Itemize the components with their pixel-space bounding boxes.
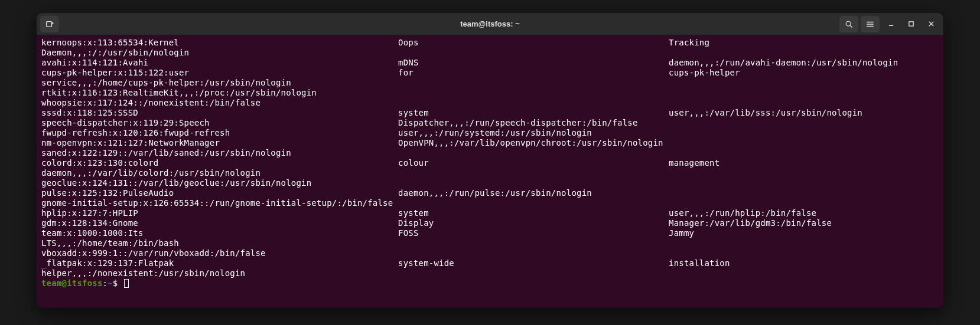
output-line: LTS,,,:/home/team:/bin/bash	[41, 238, 939, 248]
output-line: helper,,,:/nonexistent:/usr/sbin/nologin	[41, 268, 939, 278]
output-column: gnome-initial-setup:x:126:65534::/run/gn…	[41, 198, 398, 208]
output-column	[669, 238, 939, 248]
output-line: avahi:x:114:121:AvahimDNSdaemon,,,:/run/…	[41, 58, 939, 68]
output-column: rtkit:x:116:123:RealtimeKit,,,:/proc:/us…	[41, 88, 398, 98]
prompt-colon: :	[103, 278, 108, 288]
output-column	[398, 78, 669, 88]
titlebar-right	[839, 16, 940, 32]
output-column	[398, 248, 669, 258]
output-column	[398, 268, 669, 278]
output-line: _flatpak:x:129:137:Flatpaksystem-wideins…	[41, 258, 939, 268]
output-column	[669, 118, 939, 128]
output-column: gdm:x:128:134:Gnome	[41, 218, 398, 228]
output-column: helper,,,:/nonexistent:/usr/sbin/nologin	[41, 268, 398, 278]
output-line: gnome-initial-setup:x:126:65534::/run/gn…	[41, 198, 939, 208]
output-column: nm-openvpn:x:121:127:NetworkManager	[41, 138, 398, 148]
output-column: pulse:x:125:132:PulseAudio	[41, 188, 398, 198]
output-column	[669, 128, 939, 138]
output-line: rtkit:x:116:123:RealtimeKit,,,:/proc:/us…	[41, 88, 939, 98]
titlebar-left	[40, 16, 59, 32]
output-column: system	[398, 108, 669, 118]
output-line: hplip:x:127:7:HPLIPsystemuser,,,:/run/hp…	[41, 208, 939, 218]
output-line: gdm:x:128:134:GnomeDisplayManager:/var/l…	[41, 218, 939, 228]
output-column	[669, 268, 939, 278]
output-column	[669, 188, 939, 198]
hamburger-icon	[866, 20, 874, 28]
output-line: sssd:x:118:125:SSSDsystemuser,,,:/var/li…	[41, 108, 939, 118]
output-column: system	[398, 208, 669, 218]
output-column: installation	[669, 258, 939, 268]
menu-button[interactable]	[861, 16, 880, 32]
output-line: service,,,:/home/cups-pk-helper:/usr/sbi…	[41, 78, 939, 88]
output-column: Dispatcher,,,:/run/speech-dispatcher:/bi…	[398, 118, 669, 128]
output-column	[669, 198, 939, 208]
output-line: geoclue:x:124:131::/var/lib/geoclue:/usr…	[41, 178, 939, 188]
output-column	[669, 48, 939, 58]
output-column: colord:x:123:130:colord	[41, 158, 398, 168]
cursor	[124, 279, 129, 288]
output-column	[669, 138, 939, 148]
output-column	[398, 98, 669, 108]
output-column: whoopsie:x:117:124::/nonexistent:/bin/fa…	[41, 98, 398, 108]
output-column: Jammy	[669, 228, 939, 238]
output-column	[669, 98, 939, 108]
prompt-dollar: $	[113, 278, 123, 288]
output-column	[398, 48, 669, 58]
output-line: nm-openvpn:x:121:127:NetworkManagerOpenV…	[41, 138, 939, 148]
output-column	[398, 148, 669, 158]
prompt-userhost: team@itsfoss	[41, 278, 103, 288]
output-column: fwupd-refresh:x:120:126:fwupd-refresh	[41, 128, 398, 138]
output-column: Tracking	[669, 38, 939, 48]
output-column: colour	[398, 158, 669, 168]
output-line: cups-pk-helper:x:115:122:userforcups-pk-…	[41, 68, 939, 78]
close-button[interactable]	[922, 16, 940, 32]
output-column: cups-pk-helper:x:115:122:user	[41, 68, 398, 78]
search-icon	[845, 20, 853, 28]
output-column	[398, 198, 669, 208]
output-column: system-wide	[398, 258, 669, 268]
output-line: team:x:1000:1000:ItsFOSSJammy	[41, 228, 939, 238]
output-column: user,,,:/var/lib/sss:/usr/sbin/nologin	[669, 108, 939, 118]
close-icon	[928, 21, 935, 27]
output-line: speech-dispatcher:x:119:29:SpeechDispatc…	[41, 118, 939, 128]
titlebar: team@itsfoss: ~	[37, 13, 943, 35]
output-line: vboxadd:x:999:1::/var/run/vboxadd:/bin/f…	[41, 248, 939, 258]
output-line: saned:x:122:129::/var/lib/saned:/usr/sbi…	[41, 148, 939, 158]
output-column: daemon,,,:/var/lib/colord:/usr/sbin/nolo…	[41, 168, 398, 178]
prompt-line[interactable]: team@itsfoss:~$	[41, 278, 939, 288]
output-line: whoopsie:x:117:124::/nonexistent:/bin/fa…	[41, 98, 939, 108]
output-column	[398, 238, 669, 248]
output-line: daemon,,,:/var/lib/colord:/usr/sbin/nolo…	[41, 168, 939, 178]
output-column: daemon,,,:/run/avahi-daemon:/usr/sbin/no…	[669, 58, 939, 68]
output-column: _flatpak:x:129:137:Flatpak	[41, 258, 398, 268]
output-column	[669, 168, 939, 178]
output-column: saned:x:122:129::/var/lib/saned:/usr/sbi…	[41, 148, 398, 158]
minimize-button[interactable]	[882, 16, 900, 32]
maximize-button[interactable]	[902, 16, 920, 32]
output-column	[669, 248, 939, 258]
output-line: pulse:x:125:132:PulseAudiodaemon,,,:/run…	[41, 188, 939, 198]
output-column	[669, 148, 939, 158]
output-column: geoclue:x:124:131::/var/lib/geoclue:/usr…	[41, 178, 398, 188]
minimize-icon	[888, 21, 894, 27]
output-column: service,,,:/home/cups-pk-helper:/usr/sbi…	[41, 78, 398, 88]
output-column: avahi:x:114:121:Avahi	[41, 58, 398, 68]
output-column: Display	[398, 218, 669, 228]
output-line: kernoops:x:113:65534:KernelOopsTracking	[41, 38, 939, 48]
output-column: LTS,,,:/home/team:/bin/bash	[41, 238, 398, 248]
output-column: speech-dispatcher:x:119:29:Speech	[41, 118, 398, 128]
search-button[interactable]	[839, 16, 858, 32]
output-column: sssd:x:118:125:SSSD	[41, 108, 398, 118]
output-column: vboxadd:x:999:1::/var/run/vboxadd:/bin/f…	[41, 248, 398, 258]
output-column: FOSS	[398, 228, 669, 238]
output-line: Daemon,,,:/:/usr/sbin/nologin	[41, 48, 939, 58]
terminal-body[interactable]: kernoops:x:113:65534:KernelOopsTrackingD…	[37, 35, 943, 308]
output-column: Oops	[398, 38, 669, 48]
output-line: fwupd-refresh:x:120:126:fwupd-refreshuse…	[41, 128, 939, 138]
new-tab-button[interactable]	[40, 16, 59, 32]
output-column	[398, 178, 669, 188]
output-column	[669, 78, 939, 88]
output-column: Daemon,,,:/:/usr/sbin/nologin	[41, 48, 398, 58]
output-column: OpenVPN,,,:/var/lib/openvpn/chroot:/usr/…	[398, 138, 669, 148]
output-column	[398, 168, 669, 178]
